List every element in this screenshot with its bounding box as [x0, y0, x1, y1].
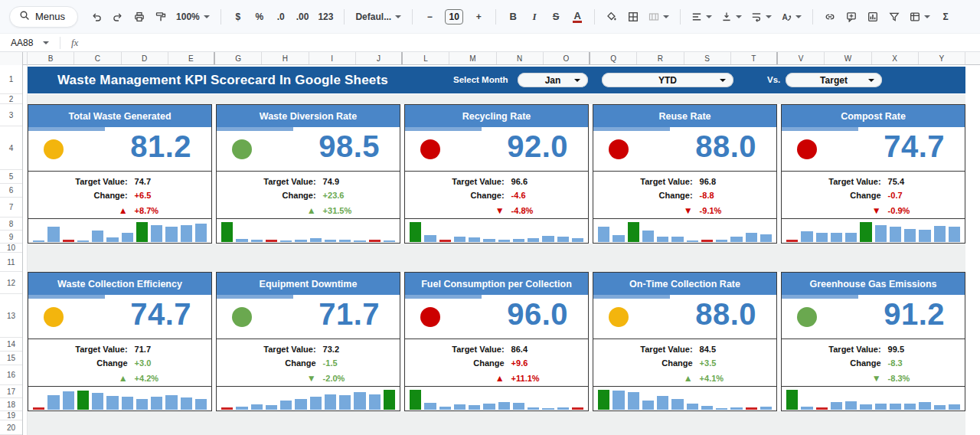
font-size-input[interactable]: 10 [442, 7, 466, 27]
fill-color-button[interactable] [603, 7, 621, 27]
print-button[interactable] [130, 7, 149, 27]
format-currency-button[interactable]: $ [229, 7, 247, 27]
decrease-decimals-button[interactable]: .0 [272, 7, 290, 27]
increase-decimals-button[interactable]: .00 [293, 7, 312, 27]
merge-cells-button[interactable] [645, 7, 672, 27]
column-header-V[interactable]: V [778, 52, 825, 64]
row-header-7[interactable]: 7 [0, 198, 22, 218]
row-header-17[interactable]: 17 [0, 385, 22, 398]
kpi-value: 96.0 [507, 297, 568, 332]
row-header-6[interactable]: 6 [0, 184, 22, 198]
row-header-11[interactable]: 11 [0, 253, 22, 272]
sparkline-bar [106, 396, 118, 410]
period-dropdown[interactable]: YTD [602, 73, 733, 87]
sparkline-bar [251, 404, 263, 410]
row-header-4[interactable]: 4 [0, 126, 22, 170]
sparkline-bar [369, 240, 381, 242]
column-headers: BCDEGHIJLMNOQRSTVWXY [0, 52, 980, 65]
row-header-8[interactable]: 8 [0, 218, 22, 231]
sparkline-bar [106, 237, 118, 242]
row-header-18[interactable]: 18 [0, 398, 22, 411]
strikethrough-button[interactable]: S [547, 7, 565, 27]
sparkline-bar [469, 405, 480, 410]
row-header-15[interactable]: 15 [0, 352, 22, 365]
kpi-card-equipment-downtime: Equipment Downtime71.7Target Value:73.2C… [216, 272, 400, 411]
text-rotation-button[interactable]: A [778, 7, 805, 27]
row-headers: 1234567891011121314151617181920 [0, 65, 23, 435]
change-value: +3.0 [135, 358, 211, 368]
decrease-font-size-button[interactable]: − [420, 7, 439, 27]
column-header-D[interactable]: D [122, 52, 168, 64]
font-select[interactable]: Defaul... [352, 7, 404, 27]
row-header-9[interactable]: 9 [0, 231, 22, 244]
text-color-button[interactable]: A [568, 7, 586, 27]
column-header-S[interactable]: S [684, 52, 731, 64]
redo-button[interactable] [109, 7, 127, 27]
create-filter-button[interactable] [885, 7, 903, 27]
change-label: Change: [217, 191, 323, 200]
trend-arrow-icon: ▼ [782, 373, 888, 384]
column-header-H[interactable]: H [262, 52, 309, 64]
row-header-14[interactable]: 14 [0, 338, 22, 352]
row-header-19[interactable]: 19 [0, 411, 22, 420]
paint-format-button[interactable] [152, 7, 170, 27]
table-button[interactable] [906, 7, 933, 27]
column-header-W[interactable]: W [825, 52, 871, 64]
column-header-O[interactable]: O [544, 52, 590, 64]
row-header-20[interactable]: 20 [0, 420, 22, 435]
column-header-Q[interactable]: Q [590, 52, 637, 64]
fx-icon[interactable]: fx [71, 37, 78, 49]
functions-button[interactable]: Σ [936, 7, 955, 27]
column-header-E[interactable]: E [168, 52, 215, 64]
horizontal-align-button[interactable] [688, 7, 715, 27]
change-percent: +4.1% [700, 374, 776, 383]
column-header-X[interactable]: X [872, 52, 919, 64]
sparkline-bar [63, 240, 74, 242]
column-header-I[interactable]: I [309, 52, 356, 64]
compare-dropdown[interactable]: Target [786, 73, 882, 87]
month-dropdown[interactable]: Jan [518, 73, 588, 87]
row-header-16[interactable]: 16 [0, 365, 22, 385]
row-header-5[interactable]: 5 [0, 170, 22, 184]
column-header-N[interactable]: N [497, 52, 544, 64]
borders-button[interactable] [624, 7, 642, 27]
row-header-13[interactable]: 13 [0, 294, 22, 338]
text-wrapping-button[interactable] [748, 7, 775, 27]
row-header-1[interactable]: 1 [0, 65, 22, 94]
undo-button[interactable] [87, 7, 106, 27]
status-dot [420, 139, 440, 159]
row-header-3[interactable]: 3 [0, 104, 22, 126]
menus-button[interactable]: Menus [9, 6, 78, 28]
select-all-corner[interactable] [0, 52, 23, 65]
formula-bar: AA88 fx [0, 34, 980, 52]
column-header-R[interactable]: R [637, 52, 684, 64]
row-header-2[interactable]: 2 [0, 94, 22, 104]
bold-button[interactable]: B [504, 7, 522, 27]
change-label: Change: [405, 191, 511, 200]
column-header-M[interactable]: M [449, 52, 496, 64]
format-percent-button[interactable]: % [250, 7, 269, 27]
more-formats-button[interactable]: 123 [315, 7, 336, 27]
sparkline-bar [310, 397, 322, 410]
kpi-stats: Target Value:96.6Change:-4.6▼-4.8% [405, 171, 588, 218]
status-dot [797, 307, 817, 327]
column-header-T[interactable]: T [731, 52, 778, 64]
column-header-L[interactable]: L [403, 52, 449, 64]
row-header-10[interactable]: 10 [0, 244, 22, 253]
column-header-B[interactable]: B [28, 52, 74, 64]
increase-font-size-button[interactable]: + [469, 7, 488, 27]
column-header-J[interactable]: J [356, 52, 403, 64]
italic-button[interactable]: I [525, 7, 544, 27]
column-header-C[interactable]: C [74, 52, 121, 64]
name-box[interactable]: AA88 [0, 38, 60, 48]
insert-comment-button[interactable] [842, 7, 861, 27]
row-header-12[interactable]: 12 [0, 272, 22, 294]
kpi-stats: Target Value:86.4Change+9.6▲+11.1% [405, 339, 588, 386]
column-header-G[interactable]: G [215, 52, 262, 64]
column-header-Y[interactable]: Y [919, 52, 965, 64]
vertical-align-button[interactable] [718, 7, 745, 27]
zoom-select[interactable]: 100% [173, 7, 213, 27]
insert-link-button[interactable] [821, 7, 839, 27]
insert-chart-button[interactable] [864, 7, 882, 27]
trend-arrow-icon: ▲ [28, 373, 135, 384]
